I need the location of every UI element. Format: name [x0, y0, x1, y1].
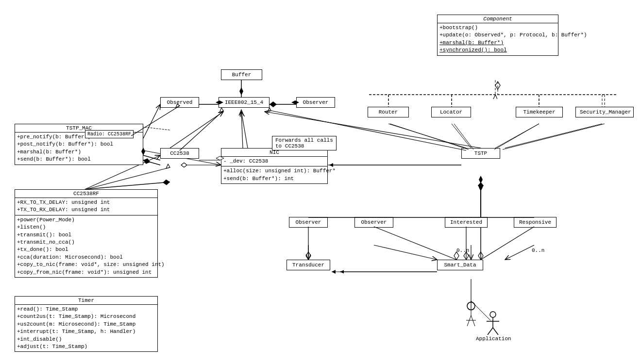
security-manager-title: Security_Manager — [580, 109, 631, 115]
observer-lower-mid: Observer — [354, 217, 393, 228]
buffer-class: Buffer — [221, 69, 262, 80]
svg-line-72 — [241, 112, 243, 148]
application-actor: Application — [476, 311, 510, 342]
svg-point-35 — [490, 312, 496, 317]
zero-n-1: 0..n — [456, 248, 469, 253]
uml-diagram: Component +bootstrap() +update(o: Observ… — [0, 0, 641, 364]
forwards-note: Forwards all callsto CC2538 — [272, 136, 337, 150]
radio-text: Radio: CC2538RF — [87, 132, 131, 137]
timer-methods: +read(): Time_Stamp +count2us(t: Time_St… — [15, 305, 157, 351]
timer-class: Timer +read(): Time_Stamp +count2us(t: T… — [15, 296, 158, 352]
observer-ll-title: Observer — [296, 219, 321, 225]
svg-marker-71 — [219, 108, 223, 113]
nic-attrs: - _dev: CC2538 — [221, 157, 327, 166]
radio-label: Radio: CC2538RF — [85, 130, 134, 138]
responsive-title: Responsive — [519, 219, 551, 225]
svg-line-22 — [452, 124, 471, 148]
svg-line-58 — [481, 227, 534, 260]
buffer-title: Buffer — [232, 72, 252, 78]
svg-marker-61 — [332, 270, 336, 274]
forwards-text: Forwards all callsto CC2538 — [275, 137, 333, 149]
observer-class-upper: Observer — [296, 97, 335, 108]
cc2538-class: CC2538 — [160, 148, 199, 159]
svg-line-32 — [143, 160, 160, 165]
svg-line-99 — [471, 315, 475, 326]
nic-methods: +alloc(size: unsigned int): Buffer* +sen… — [221, 166, 327, 183]
locator-class: Locator — [431, 107, 471, 117]
svg-line-34 — [505, 124, 602, 148]
zero-n-2: 0..n — [532, 248, 544, 253]
observed-title: Observed — [167, 99, 193, 105]
component-methods: +bootstrap() +update(o: Observed*, p: Pr… — [438, 23, 558, 55]
svg-line-90 — [494, 124, 539, 149]
svg-line-88 — [390, 124, 469, 149]
svg-marker-87 — [495, 82, 500, 89]
svg-point-62 — [467, 302, 475, 310]
svg-marker-59 — [478, 252, 483, 260]
tstp-title: TSTP — [474, 150, 487, 156]
svg-line-21 — [388, 124, 466, 148]
svg-marker-75 — [267, 108, 271, 113]
svg-line-26 — [505, 245, 534, 260]
svg-marker-40 — [239, 87, 243, 95]
svg-line-67 — [143, 155, 160, 160]
smart-data-title: Smart_Data — [444, 262, 476, 268]
cc2538rf-methods: +power(Power_Mode) +listen() +transmit()… — [15, 215, 157, 277]
component-title: Component — [438, 15, 558, 23]
svg-line-13 — [170, 112, 223, 148]
svg-line-70 — [180, 111, 223, 150]
observer-lower-left: Observer — [289, 217, 328, 228]
cc2538-title: CC2538 — [170, 150, 189, 156]
interested-title: Interested — [450, 219, 482, 225]
router-class: Router — [368, 107, 409, 117]
observed-class: Observed — [160, 97, 199, 108]
tstp-class: TSTP — [461, 148, 500, 159]
svg-marker-77 — [329, 163, 333, 167]
svg-line-19 — [85, 182, 170, 189]
svg-line-38 — [488, 328, 493, 335]
svg-line-24 — [374, 245, 437, 260]
smart-data-class: Smart_Data — [437, 260, 483, 270]
svg-line-91 — [503, 124, 605, 149]
responsive-class: Responsive — [514, 217, 557, 228]
timer-title: Timer — [15, 297, 157, 305]
cc2538rf-attrs: +RX_TO_TX_DELAY: unsigned int +TX_TO_RX_… — [15, 198, 157, 215]
timekeeper-title: Timekeeper — [523, 109, 555, 115]
ieee-title: IEEE802_15_4 — [225, 99, 263, 105]
nic-class: NIC - _dev: CC2538 +alloc(size: unsigned… — [221, 148, 328, 184]
svg-line-79 — [86, 167, 170, 189]
svg-line-33 — [495, 124, 539, 148]
svg-marker-53 — [306, 252, 311, 260]
timekeeper-class: Timekeeper — [516, 107, 563, 117]
application-label: Application — [476, 336, 510, 342]
svg-line-11 — [143, 104, 160, 138]
component-class: Component +bootstrap() +update(o: Observ… — [437, 15, 558, 56]
locator-title: Locator — [440, 109, 462, 115]
security-manager-class: Security_Manager — [575, 107, 634, 117]
svg-point-95 — [467, 302, 475, 310]
svg-line-14 — [241, 112, 248, 148]
ieee-class: IEEE802_15_4 — [219, 97, 270, 108]
svg-marker-45 — [479, 176, 483, 183]
cc2538rf-class: CC2538RF +RX_TO_TX_DELAY: unsigned int +… — [15, 189, 158, 278]
observer-lm-title: Observer — [361, 219, 387, 225]
svg-line-98 — [467, 315, 471, 326]
svg-line-39 — [493, 328, 498, 335]
observer-upper-title: Observer — [303, 99, 329, 105]
svg-line-89 — [454, 124, 473, 149]
svg-line-54 — [374, 227, 456, 260]
svg-marker-73 — [239, 110, 244, 116]
cc2538rf-title: CC2538RF — [15, 190, 157, 198]
router-title: Router — [379, 109, 398, 115]
transducer-title: Transducer — [292, 262, 324, 268]
interested-class: Interested — [445, 217, 488, 228]
transducer-class: Transducer — [287, 260, 330, 270]
svg-marker-92 — [479, 183, 483, 191]
svg-marker-80 — [166, 164, 170, 168]
